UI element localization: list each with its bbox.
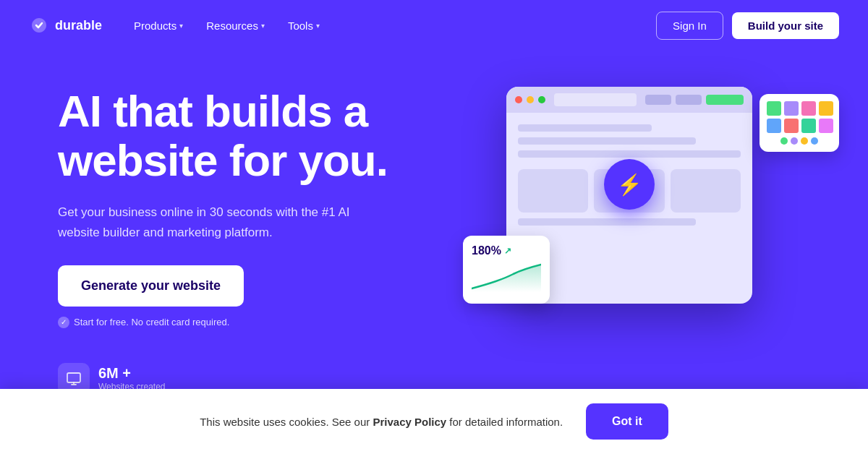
free-note: ✓ Start for free. No credit card require… — [58, 317, 463, 328]
hero-illustration: ⚡ 180% ↗ — [463, 72, 839, 383]
nav-links: Products ▾ Resources ▾ Tools ▾ — [124, 14, 656, 38]
growth-number: 180% ↗ — [472, 244, 541, 257]
color-swatch — [767, 101, 781, 116]
content-bar-2 — [518, 137, 696, 145]
generate-website-button[interactable]: Generate your website — [58, 265, 244, 307]
svg-rect-0 — [67, 373, 80, 382]
privacy-policy-link[interactable]: Privacy Policy — [373, 416, 446, 428]
color-swatches-grid — [767, 101, 832, 133]
toolbar-btn-2 — [676, 95, 702, 105]
monitor-icon — [66, 371, 82, 387]
content-bar-3 — [518, 150, 741, 158]
content-bar-4 — [518, 218, 696, 226]
content-card-3 — [671, 169, 741, 213]
toolbar-btn-1 — [645, 95, 671, 105]
growth-stats-card: 180% ↗ — [463, 236, 550, 304]
color-dot — [811, 137, 818, 145]
nav-item-resources[interactable]: Resources ▾ — [196, 14, 275, 38]
browser-bar — [506, 87, 752, 113]
lightning-circle: ⚡ — [604, 159, 655, 210]
build-site-button[interactable]: Build your site — [732, 12, 839, 39]
color-swatch — [819, 119, 833, 133]
color-swatch — [819, 101, 833, 116]
check-icon: ✓ — [58, 317, 69, 328]
color-dot — [780, 137, 788, 145]
url-bar — [554, 93, 637, 106]
color-dots-row — [767, 137, 832, 145]
toolbar-btn-green — [706, 95, 744, 105]
nav-actions: Sign In Build your site — [656, 12, 839, 40]
nav-item-tools[interactable]: Tools ▾ — [278, 14, 330, 38]
color-swatch — [801, 119, 816, 133]
dot-green — [538, 96, 545, 103]
color-swatch — [784, 101, 799, 116]
cookie-text: This website uses cookies. See our Priva… — [200, 416, 563, 428]
signin-button[interactable]: Sign In — [656, 12, 723, 40]
color-dot — [801, 137, 808, 145]
hero-subtitle: Get your business online in 30 seconds w… — [58, 202, 376, 241]
chevron-down-icon: ▾ — [316, 22, 320, 30]
dot-red — [515, 96, 522, 103]
stat-text: 6M + Websites created — [98, 365, 166, 392]
stat-number: 6M + — [98, 365, 166, 382]
color-swatch — [784, 119, 799, 133]
durable-logo-icon — [29, 15, 49, 35]
hero-left: AI that builds a website for you. Get yo… — [58, 80, 463, 425]
logo-text: durable — [55, 18, 102, 33]
chevron-down-icon: ▾ — [261, 22, 265, 30]
logo[interactable]: durable — [29, 15, 102, 35]
toolbar-buttons — [645, 95, 744, 105]
color-swatch — [801, 101, 816, 116]
nav-item-products[interactable]: Products ▾ — [124, 14, 193, 38]
cookie-banner: This website uses cookies. See our Priva… — [0, 389, 868, 454]
navbar: durable Products ▾ Resources ▾ Tools ▾ S… — [0, 0, 868, 51]
chevron-down-icon: ▾ — [179, 22, 183, 30]
got-it-button[interactable]: Got it — [586, 403, 668, 440]
content-card-1 — [518, 169, 588, 213]
lightning-icon: ⚡ — [617, 173, 642, 197]
arrow-up-icon: ↗ — [504, 246, 511, 256]
content-bar-1 — [518, 124, 652, 132]
mini-chart — [472, 263, 541, 292]
color-dot — [791, 137, 798, 145]
color-swatch — [767, 119, 781, 133]
color-picker-card — [760, 94, 839, 152]
hero-title: AI that builds a website for you. — [58, 87, 463, 185]
dot-yellow — [527, 96, 534, 103]
